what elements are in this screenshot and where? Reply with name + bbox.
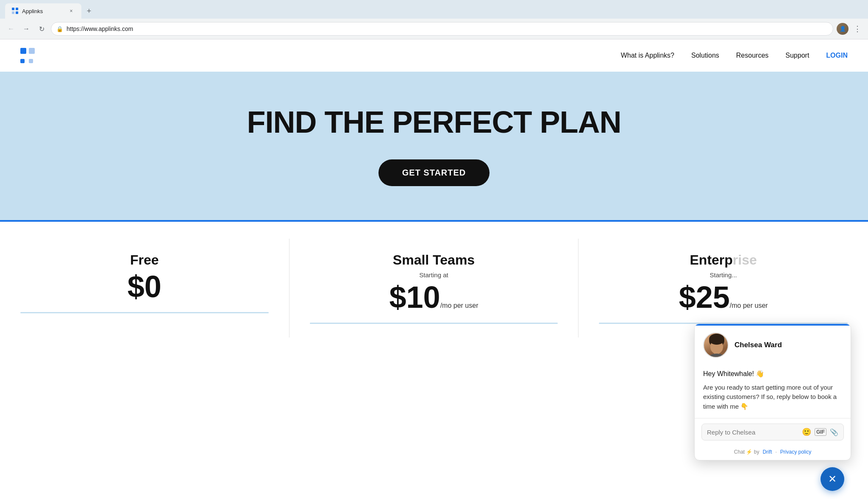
plan-free: Free $0 [0,239,289,337]
logo-dot-4 [29,59,33,63]
favicon-dot-2 [16,8,18,10]
chat-footer-brand[interactable]: Drift [763,449,772,455]
svg-point-2 [709,334,724,345]
forward-button[interactable]: → [20,23,32,35]
cta-button[interactable]: GET STARTED [378,159,490,186]
chat-widget: Chelsea Ward Hey Whitewhale! 👋 Are you r… [694,323,851,461]
tab-title: Applinks [22,8,64,14]
plan-free-price: $0 [20,271,269,302]
avatar-svg [704,333,729,358]
plan-enterprise: Enterprise Starting... $25/mo per user [579,239,868,337]
plan-small-teams-divider [310,323,558,324]
chat-agent-info: Chelsea Ward [734,341,782,349]
chat-body: Hey Whitewhale! 👋 Are you ready to start… [695,363,851,418]
site-logo [20,48,36,63]
nav-link-support[interactable]: Support [785,52,809,59]
nav-link-solutions[interactable]: Solutions [691,52,719,59]
chat-footer-chat-label: Chat ⚡ by [734,449,760,455]
site-nav: What is Applinks? Solutions Resources Su… [0,39,868,72]
chat-agent-name: Chelsea Ward [734,341,782,349]
plan-enterprise-per: /mo per user [730,302,768,309]
hero-title: FIND THE PERFECT PLAN [20,106,848,139]
address-bar[interactable]: 🔒 https://www.applinks.com [51,22,833,36]
chat-footer-privacy[interactable]: Privacy policy [780,449,811,455]
browser-chrome: Applinks × + ← → ↻ 🔒 https://www.applink… [0,0,868,39]
back-button[interactable]: ← [5,23,17,35]
plan-free-divider [20,312,269,313]
svg-point-4 [708,354,725,358]
plan-free-name: Free [20,252,269,268]
plan-small-teams: Small Teams Starting at $10/mo per user [289,239,579,337]
browser-menu-button[interactable]: ⋮ [852,22,863,35]
favicon-dot-3 [12,11,14,14]
pricing-section: Free $0 Small Teams Starting at $10/mo p… [0,220,868,337]
reload-button[interactable]: ↻ [36,23,47,35]
pricing-grid: Free $0 Small Teams Starting at $10/mo p… [0,239,868,337]
plan-enterprise-name: Enterprise [599,252,848,268]
tab-favicon-icon [12,8,19,14]
attachment-icon[interactable]: 📎 [830,428,838,436]
nav-link-resources[interactable]: Resources [736,52,768,59]
nav-link-login[interactable]: LOGIN [826,52,848,59]
chat-reply-input[interactable] [707,429,798,436]
chat-header: Chelsea Ward [695,324,851,363]
favicon-dot-4 [16,11,18,14]
lock-icon: 🔒 [56,26,63,32]
gif-icon[interactable]: GIF [815,428,826,436]
plan-small-teams-per: /mo per user [440,302,479,309]
chat-footer: Chat ⚡ by Drift · Privacy policy [695,446,851,460]
chat-input-area: 🙂 GIF 📎 [695,418,851,446]
plan-small-teams-starting: Starting at [310,271,558,279]
chat-footer-separator: · [776,449,777,455]
plan-enterprise-starting: Starting... [599,271,848,279]
nav-link-what-is[interactable]: What is Applinks? [621,52,674,59]
plan-small-teams-name: Small Teams [310,252,558,268]
active-tab[interactable]: Applinks × [5,3,81,19]
tab-close-button[interactable]: × [68,8,75,14]
website-content: What is Applinks? Solutions Resources Su… [0,39,868,499]
tab-bar: Applinks × + [0,0,868,19]
chat-input-row: 🙂 GIF 📎 [701,424,844,440]
url-text: https://www.applinks.com [67,25,133,32]
chat-close-button[interactable]: ✕ [821,467,844,491]
close-x-icon: ✕ [828,473,837,485]
plan-small-teams-price: $10/mo per user [310,282,558,312]
emoji-icon[interactable]: 🙂 [802,427,811,437]
favicon-dot-1 [12,8,14,10]
browser-nav-bar: ← → ↻ 🔒 https://www.applinks.com 👤 ⋮ [0,19,868,39]
profile-avatar[interactable]: 👤 [837,23,849,35]
hero-section: FIND THE PERFECT PLAN GET STARTED [0,72,868,220]
chat-agent-avatar [703,332,729,358]
logo-dot-1 [20,48,26,54]
chat-message: Are you ready to start getting more out … [703,383,842,412]
new-tab-button[interactable]: + [83,5,95,17]
chat-greeting: Hey Whitewhale! 👋 [703,370,842,378]
logo-dot-2 [29,48,35,54]
plan-enterprise-price: $25/mo per user [599,282,848,312]
logo-dot-3 [20,59,25,63]
site-nav-links: What is Applinks? Solutions Resources Su… [621,52,848,59]
